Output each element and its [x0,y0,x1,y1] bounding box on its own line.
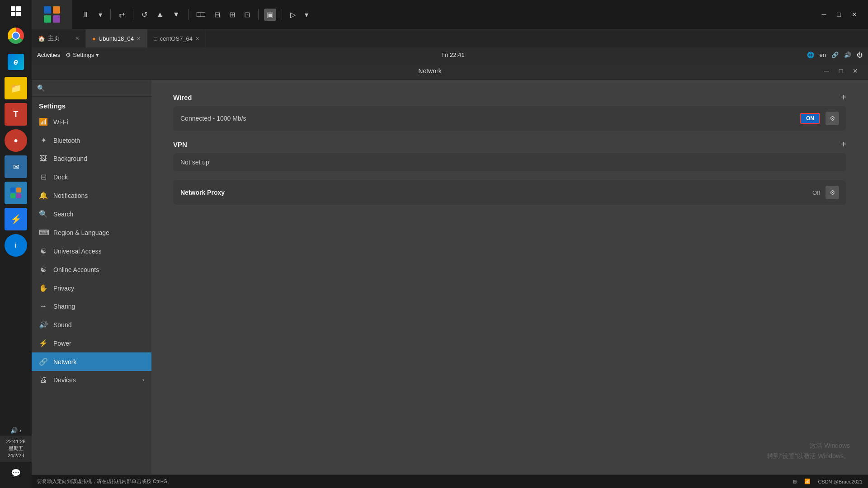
devices-icon: 🖨 [39,376,48,384]
sidebar-item-search[interactable]: 🔍 Search [32,205,151,223]
gear-small-icon: ⚙ [66,52,71,58]
arrow-icon: › [19,427,21,434]
gnome-topbar-right: 🌐 en 🔗 🔊 ⏻ [807,52,863,58]
bottom-network-icon: 📶 [804,479,811,484]
pause-dropdown[interactable]: ▾ [96,9,105,21]
send-keys-btn[interactable]: ⇄ [116,9,127,21]
folder-icon[interactable]: 📁 [5,77,27,99]
sidebar-item-background[interactable]: 🖼 Background [32,150,151,168]
proxy-settings-btn[interactable]: ⚙ [826,186,839,199]
activities-button[interactable]: Activities [37,52,60,58]
red-app-icon[interactable]: ● [5,129,27,152]
sidebar-item-privacy[interactable]: ✋ Privacy [32,279,151,297]
wired-row: Connected - 1000 Mb/s ON ⚙ [173,106,846,131]
svg-rect-7 [16,193,21,198]
taskbar-sound-control[interactable]: 🔊 › [0,425,32,436]
watermark-line1: 激活 Windows [767,441,850,450]
wifi-label: Wi-Fi [53,118,68,126]
wired-toggle-btn[interactable]: ON [800,113,820,124]
sidebar-item-bluetooth[interactable]: ✦ Bluetooth [32,131,151,150]
vm-minimize-btn[interactable]: ─ [818,9,830,20]
sidebar-item-devices[interactable]: 🖨 Devices › [32,371,151,389]
wired-add-btn[interactable]: + [841,93,846,102]
tab-centos-close[interactable]: ✕ [195,36,199,42]
sep1 [110,9,111,20]
vpn-status: Not set up [180,159,839,166]
taskbar: e 📁 T ● ✉ ⚡ i 🔊 › 22:41:26 星期五 24/2/23 💬 [0,0,32,488]
spark-icon[interactable]: ⚡ [5,208,27,230]
power-indicator-icon[interactable]: ⏻ [857,52,863,58]
typora-icon[interactable]: T [5,103,27,126]
wired-gear-icon: ⚙ [830,115,835,122]
wired-indicator-icon[interactable]: 🔗 [831,52,839,58]
wired-card: Connected - 1000 Mb/s ON ⚙ [173,106,846,131]
gnome-settings-menu[interactable]: ⚙ Settings ▾ [66,52,99,58]
region-icon: ⌨ [39,228,48,237]
sidebar-item-sound[interactable]: 🔊 Sound [32,315,151,334]
search-input[interactable] [48,85,146,92]
devices-arrow-icon: › [142,377,144,383]
mail-icon[interactable]: ✉ [5,155,27,178]
bottom-monitor-icon: 🖥 [792,479,797,484]
svg-rect-6 [10,193,15,198]
lang-indicator[interactable]: en [820,52,826,58]
settings-close-btn[interactable]: ✕ [850,66,861,76]
sep3 [188,9,189,20]
blue-circle-icon[interactable]: i [5,234,27,257]
tab-ubuntu-label: Ubuntu18_04 [99,35,134,42]
ubuntu-tab-icon: ● [92,35,96,42]
view-btn2[interactable]: ⊟ [212,9,223,21]
proxy-label: Network Proxy [180,189,807,196]
help-btn[interactable]: ▷ [288,9,298,21]
sidebar-item-wifi[interactable]: 📶 Wi-Fi [32,113,151,131]
network-indicator-icon[interactable]: 🌐 [807,52,814,58]
windows-start-button[interactable] [0,0,32,23]
gnome-topbar: Activities ⚙ Settings ▾ Fri 22:41 🌐 en 🔗… [32,47,868,62]
region-label: Region & Language [53,229,109,236]
sidebar-item-dock[interactable]: ⊟ Dock [32,168,151,186]
sidebar-item-universal-access[interactable]: ☯ Universal Access [32,242,151,260]
dock-icon: ⊟ [39,173,48,181]
search-icon: 🔍 [37,84,45,92]
tab-ubuntu-close[interactable]: ✕ [137,36,141,42]
settings-maximize-btn[interactable]: □ [835,66,846,76]
vpn-add-btn[interactable]: + [841,140,846,149]
notifications-label: Notifications [53,192,88,199]
home-icon: 🏠 [38,35,45,42]
sidebar-item-network[interactable]: 🔗 Network [32,352,151,371]
tab-centos[interactable]: □ centOS7_64 ✕ [147,29,206,47]
sidebar-item-region[interactable]: ⌨ Region & Language [32,223,151,242]
snapshot-btn[interactable]: ↺ [139,9,150,21]
view-btn3[interactable]: ⊞ [226,9,238,21]
chat-icon[interactable]: 💬 [5,462,27,484]
settings-minimize-btn[interactable]: ─ [821,66,832,76]
help-dropdown[interactable]: ▾ [302,9,311,21]
proxy-status: Off [812,189,820,196]
terminal-btn[interactable]: ▣ [264,9,276,21]
wired-settings-btn[interactable]: ⚙ [826,112,839,125]
sidebar-item-sharing[interactable]: ↔ Sharing [32,297,151,315]
vm-close-btn[interactable]: ✕ [848,9,861,20]
tab-home-close[interactable]: ✕ [75,36,79,42]
tab-ubuntu[interactable]: ● Ubuntu18_04 ✕ [86,29,147,47]
edge-icon[interactable]: e [5,51,27,73]
vm-restore-btn[interactable]: □ [834,9,844,20]
proxy-card: Network Proxy Off ⚙ [173,180,846,205]
wired-title: Wired [173,94,192,101]
tab-home[interactable]: 🏠 主页 ✕ [32,29,86,47]
view-btn1[interactable]: □□ [194,9,208,20]
sidebar-item-online-accounts[interactable]: ☯ Online Accounts [32,260,151,279]
snapshot3-btn[interactable]: ▼ [170,9,183,20]
vmware-icon[interactable] [5,182,27,204]
view-btn4[interactable]: ⊡ [241,9,253,21]
vm-logo [32,0,72,29]
sidebar-item-notifications[interactable]: 🔔 Notifications [32,186,151,205]
snapshot2-btn[interactable]: ▲ [154,9,166,20]
chrome-icon[interactable] [5,24,27,47]
pause-btn[interactable]: ⏸ [80,9,92,20]
sharing-icon: ↔ [39,302,48,310]
volume-indicator-icon[interactable]: 🔊 [844,52,851,58]
proxy-gear-icon: ⚙ [830,189,835,196]
sidebar-item-power[interactable]: ⚡ Power [32,334,151,352]
background-label: Background [53,155,87,162]
